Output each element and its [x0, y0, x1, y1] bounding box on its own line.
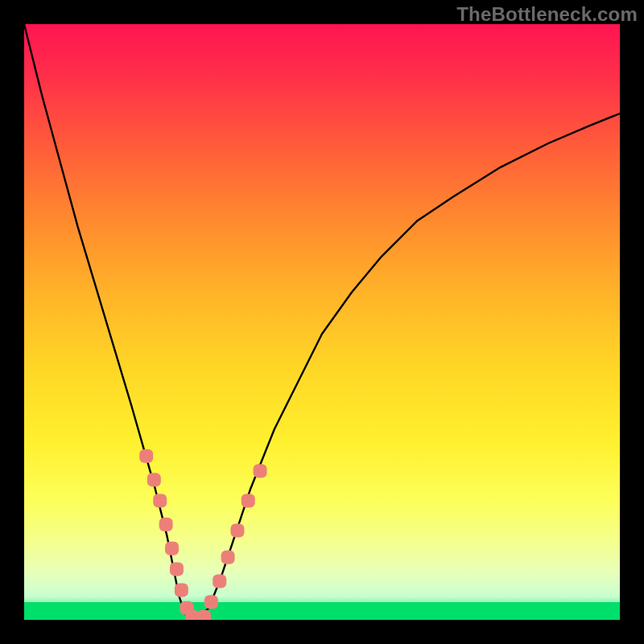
chart-svg: [24, 24, 620, 620]
marker-dot: [230, 524, 244, 538]
marker-dot: [204, 595, 218, 609]
watermark-text: TheBottleneck.com: [456, 3, 638, 26]
plot-area: [24, 24, 620, 620]
marker-dot: [139, 449, 153, 463]
marker-dot: [165, 542, 179, 555]
marker-dot: [147, 473, 161, 487]
marker-dot: [175, 584, 188, 597]
markers-group: [139, 449, 266, 620]
marker-dot: [254, 464, 267, 478]
curve-path: [24, 24, 620, 620]
marker-dot: [221, 551, 235, 564]
marker-dot: [159, 518, 173, 531]
chart-frame: TheBottleneck.com: [0, 0, 644, 644]
marker-dot: [213, 574, 226, 588]
marker-dot: [197, 610, 211, 620]
marker-dot: [170, 563, 184, 576]
marker-dot: [153, 494, 167, 508]
marker-dot: [242, 494, 255, 508]
